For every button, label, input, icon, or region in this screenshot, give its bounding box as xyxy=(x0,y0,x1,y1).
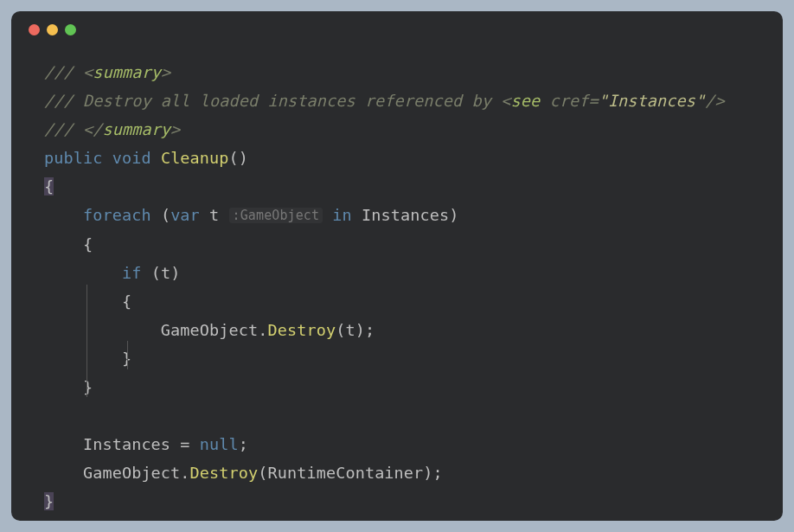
lparen: ( xyxy=(161,206,170,224)
keyword-if: if xyxy=(122,264,141,282)
variable: t xyxy=(161,264,170,282)
lparen: ( xyxy=(151,264,161,282)
brace: { xyxy=(122,292,131,311)
xml-doc-bracket: </ xyxy=(74,120,103,138)
titlebar xyxy=(11,11,783,48)
dot: . xyxy=(258,321,267,339)
variable: t xyxy=(345,321,355,339)
rparen: ) xyxy=(170,264,180,282)
maximize-icon[interactable] xyxy=(65,24,76,35)
xml-doc-space xyxy=(540,92,549,110)
brace: } xyxy=(83,378,93,396)
code-editor[interactable]: /// <summary> /// Destroy all loaded ins… xyxy=(11,48,783,521)
identifier: Instances xyxy=(362,206,449,224)
method-call: Destroy xyxy=(190,464,259,482)
lparen: ( xyxy=(258,464,267,482)
xml-doc-tag: summary xyxy=(102,120,170,138)
keyword-in: in xyxy=(332,206,351,224)
lparen: ( xyxy=(336,321,345,339)
xml-doc-slash: /// xyxy=(44,120,74,138)
xml-doc-tag: see xyxy=(510,92,540,110)
brace: { xyxy=(83,235,93,253)
class-name: GameObject xyxy=(161,321,258,339)
xml-doc-bracket: < xyxy=(74,63,93,81)
minimize-icon[interactable] xyxy=(47,24,58,35)
rparen: ) xyxy=(355,321,365,339)
semicolon: ; xyxy=(365,321,375,339)
identifier: RuntimeContainer xyxy=(268,464,424,482)
xml-doc-slash: /// xyxy=(44,63,74,81)
identifier: Instances xyxy=(83,435,170,453)
semicolon: ; xyxy=(433,464,443,482)
close-icon[interactable] xyxy=(29,24,40,35)
rparen: ) xyxy=(423,464,432,482)
rparen: ) xyxy=(449,206,458,224)
xml-doc-tag: summary xyxy=(93,63,161,81)
xml-doc-text: Destroy all loaded instances referenced … xyxy=(74,92,501,110)
keyword-public: public xyxy=(44,149,102,167)
xml-doc-quote: " xyxy=(599,92,608,110)
keyword-void: void xyxy=(112,149,151,167)
brace-highlight: } xyxy=(44,492,54,510)
indent-guide xyxy=(127,341,128,369)
keyword-null: null xyxy=(200,435,239,453)
assign: = xyxy=(170,435,200,453)
xml-doc-quote: " xyxy=(695,92,705,110)
dot: . xyxy=(180,464,189,482)
xml-doc-bracket: > xyxy=(161,63,170,81)
method-call: Destroy xyxy=(268,321,336,339)
keyword-var: var xyxy=(170,206,200,224)
xml-doc-eq: = xyxy=(588,92,598,110)
class-name: GameObject xyxy=(83,464,180,482)
inlay-hint: :GameObject xyxy=(229,208,323,223)
brace-highlight: { xyxy=(44,177,54,195)
editor-window: /// <summary> /// Destroy all loaded ins… xyxy=(11,11,783,521)
xml-doc-slash: /// xyxy=(44,92,74,110)
variable: t xyxy=(209,206,219,224)
keyword-foreach: foreach xyxy=(83,206,151,224)
indent-guide xyxy=(86,285,87,397)
xml-doc-bracket: < xyxy=(501,92,510,110)
parens: () xyxy=(229,149,248,167)
xml-doc-string: Instances xyxy=(608,92,695,110)
xml-doc-bracket: /> xyxy=(705,92,724,110)
semicolon: ; xyxy=(239,435,248,453)
xml-doc-bracket: > xyxy=(170,120,180,138)
method-name: Cleanup xyxy=(161,149,229,167)
xml-doc-attr: cref xyxy=(549,92,588,110)
